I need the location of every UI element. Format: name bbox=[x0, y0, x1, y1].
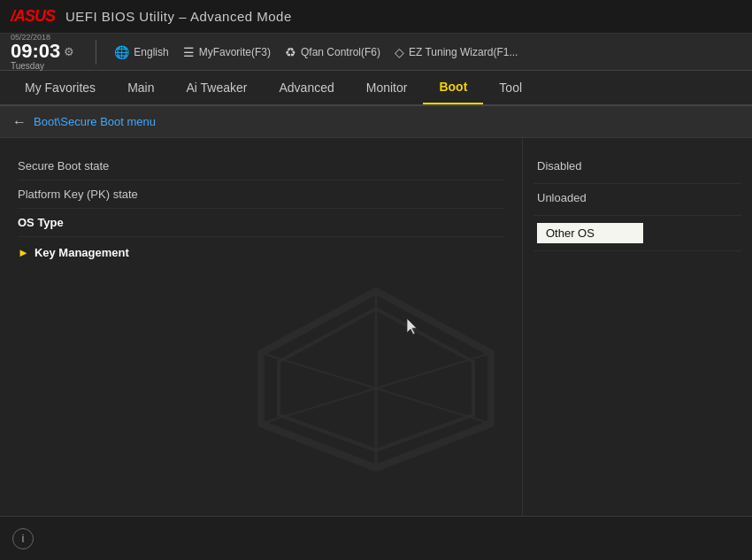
secure-boot-value: Disabled bbox=[533, 152, 741, 184]
platform-key-state-row: Platform Key (PK) state bbox=[18, 180, 504, 209]
breadcrumb-bar: ← Boot\Secure Boot menu bbox=[0, 106, 752, 138]
language-item[interactable]: 🌐 English bbox=[114, 45, 168, 59]
os-type-label: OS Type bbox=[18, 216, 265, 229]
secure-boot-state-label: Secure Boot state bbox=[18, 159, 265, 173]
nav-monitor[interactable]: Monitor bbox=[350, 71, 424, 104]
nav-my-favorites[interactable]: My Favorites bbox=[9, 71, 111, 104]
qfan-icon: ♻ bbox=[285, 45, 296, 59]
platform-key-state-label: Platform Key (PK) state bbox=[18, 188, 265, 201]
time-display: 09:03 bbox=[11, 42, 60, 61]
datetime: 05/22/2018 09:03 ⚙ Tuesday bbox=[11, 33, 74, 71]
nav-boot[interactable]: Boot bbox=[423, 71, 483, 104]
nav-bar: My Favorites Main Ai Tweaker Advanced Mo… bbox=[0, 71, 752, 106]
left-panel: Secure Boot state Platform Key (PK) stat… bbox=[0, 138, 522, 516]
myfavorite-item[interactable]: ☰ MyFavorite(F3) bbox=[183, 45, 271, 59]
qfan-label: Qfan Control(F6) bbox=[301, 46, 380, 58]
nav-ai-tweaker[interactable]: Ai Tweaker bbox=[170, 71, 263, 104]
gear-icon[interactable]: ⚙ bbox=[64, 45, 74, 58]
asus-logo: /ASUS bbox=[11, 7, 55, 26]
nav-main[interactable]: Main bbox=[111, 71, 170, 104]
globe-icon: 🌐 bbox=[114, 45, 129, 59]
nav-tool[interactable]: Tool bbox=[483, 71, 538, 104]
main-content: Secure Boot state Platform Key (PK) stat… bbox=[0, 138, 752, 516]
eztuning-item[interactable]: ◇ EZ Tuning Wizard(F1... bbox=[395, 45, 518, 59]
secure-boot-state-value: Disabled bbox=[537, 159, 582, 173]
secure-boot-state-row: Secure Boot state bbox=[18, 152, 504, 180]
eztuning-label: EZ Tuning Wizard(F1... bbox=[409, 46, 518, 58]
info-icon[interactable]: i bbox=[12, 528, 34, 549]
language-label: English bbox=[134, 46, 168, 58]
key-management-label[interactable]: Key Management bbox=[35, 246, 129, 259]
right-panel: Disabled Unloaded Other OS bbox=[522, 138, 752, 516]
breadcrumb-text: Boot\Secure Boot menu bbox=[34, 115, 156, 128]
key-management-row[interactable]: ► Key Management bbox=[18, 237, 504, 268]
status-divider bbox=[96, 40, 96, 65]
title-text: UEFI BIOS Utility – Advanced Mode bbox=[65, 9, 292, 24]
os-type-value[interactable]: Other OS bbox=[537, 223, 643, 243]
title-bar: /ASUS UEFI BIOS Utility – Advanced Mode bbox=[0, 0, 752, 34]
bottom-bar: i bbox=[0, 516, 752, 560]
eztuning-icon: ◇ bbox=[395, 45, 404, 59]
nav-advanced[interactable]: Advanced bbox=[263, 71, 349, 104]
qfan-item[interactable]: ♻ Qfan Control(F6) bbox=[285, 45, 380, 59]
day-of-week: Tuesday bbox=[11, 61, 74, 71]
os-type-value-row[interactable]: Other OS bbox=[533, 216, 741, 251]
myfavorite-icon: ☰ bbox=[183, 45, 195, 59]
status-bar: 05/22/2018 09:03 ⚙ Tuesday 🌐 English ☰ M… bbox=[0, 34, 752, 71]
platform-key-value: Unloaded bbox=[533, 184, 741, 216]
back-button[interactable]: ← bbox=[12, 114, 27, 130]
submenu-arrow-icon: ► bbox=[18, 246, 29, 259]
myfavorite-label: MyFavorite(F3) bbox=[199, 46, 271, 58]
platform-key-state-value: Unloaded bbox=[537, 191, 587, 204]
os-type-row[interactable]: OS Type bbox=[18, 209, 504, 237]
